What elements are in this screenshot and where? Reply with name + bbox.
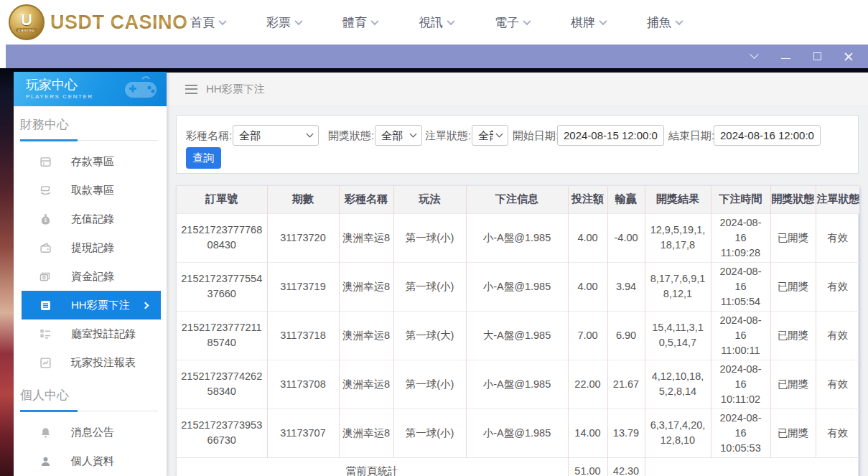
brand-logo[interactable]: U casino USDT CASINO bbox=[9, 4, 188, 40]
sidebar-item-room-bet-records[interactable]: 廳室投註記錄 bbox=[14, 319, 167, 348]
table-body: 215217237777680843031173720澳洲幸运8第一球(小)小-… bbox=[177, 213, 859, 457]
window-collapse-button[interactable] bbox=[745, 48, 763, 65]
table-cell: 小-A盤@1.985 bbox=[466, 409, 568, 457]
sidebar-item-withdraw[interactable]: 取款專區 bbox=[14, 176, 167, 205]
table-cell: 澳洲幸运8 bbox=[339, 409, 393, 457]
nav-item-video[interactable]: 視訊 bbox=[419, 14, 454, 31]
order-status-label: 注單狀態: bbox=[425, 125, 471, 146]
window-maximize-button[interactable] bbox=[808, 48, 826, 65]
col-order-id: 訂單號 bbox=[177, 186, 267, 213]
table-cell: 2152172377721185740 bbox=[177, 311, 267, 360]
table-cell: 2152172377395366730 bbox=[177, 409, 267, 457]
table-cell: 6.90 bbox=[607, 311, 645, 360]
sidebar-item-funds-record[interactable]: 資金記錄 bbox=[14, 262, 167, 291]
sidebar-section-finance: 財務中心 bbox=[14, 106, 167, 133]
table-cell: 15,4,11,3,10,5,14,7 bbox=[645, 311, 711, 360]
table-cell: 31173720 bbox=[267, 213, 339, 262]
table-cell: 已開獎 bbox=[770, 311, 816, 360]
sidebar-section-personal: 個人中心 bbox=[14, 377, 167, 403]
window-minimize-button[interactable] bbox=[776, 48, 795, 65]
sidebar-item-recharge-record[interactable]: $ 充值記錄 bbox=[14, 205, 167, 233]
hamburger-menu-icon[interactable] bbox=[185, 85, 197, 94]
filter-panel: 彩種名稱: 全部 開獎狀態: 全部 注單狀態: 全部 開始日期: 結束日期: 查… bbox=[176, 115, 859, 174]
table-cell: 已開獎 bbox=[770, 262, 816, 311]
table-cell: 第一球(小) bbox=[393, 213, 466, 262]
table-cell: 第一球(小) bbox=[393, 262, 466, 311]
table-cell: 2152172377426258340 bbox=[177, 360, 267, 409]
minimize-icon bbox=[781, 58, 790, 59]
nav-item-fishing[interactable]: 捕魚 bbox=[647, 14, 682, 31]
col-period: 期數 bbox=[267, 186, 339, 213]
table-cell: 大-A盤@1.985 bbox=[466, 311, 568, 360]
table-cell: 8,17,7,6,9,18,12,1 bbox=[645, 262, 711, 311]
sidebar-item-announcements[interactable]: 消息公告 bbox=[14, 418, 167, 447]
lottery-name-select[interactable]: 全部 bbox=[233, 125, 319, 146]
sidebar-item-deposit[interactable]: 存款專區 bbox=[14, 147, 167, 176]
window-close-button[interactable] bbox=[839, 48, 858, 65]
logo-small-text: casino bbox=[16, 28, 37, 32]
close-icon bbox=[844, 52, 853, 61]
gamepad-icon bbox=[121, 75, 161, 103]
table-cell: 4.00 bbox=[568, 213, 607, 262]
table-cell: 2152172377755437660 bbox=[177, 262, 267, 311]
chevron-down-icon bbox=[218, 17, 226, 25]
sidebar-item-withdrawal-record[interactable]: 提現記錄 bbox=[14, 233, 167, 262]
table-cell: 已開獎 bbox=[770, 409, 816, 457]
col-bet-time: 下注時間 bbox=[711, 186, 770, 213]
page-header: HH彩票下注 bbox=[167, 73, 868, 106]
nav-item-home[interactable]: 首頁 bbox=[190, 14, 225, 31]
table-cell: 31173707 bbox=[267, 409, 339, 457]
user-icon bbox=[39, 455, 52, 467]
sidebar-item-player-bet-report[interactable]: 玩家投注報表 bbox=[14, 348, 167, 377]
section-underline bbox=[20, 410, 158, 412]
start-date-input[interactable] bbox=[557, 125, 664, 146]
table-cell: 澳洲幸运8 bbox=[339, 213, 393, 262]
table-cell: 12,9,5,19,1,18,17,8 bbox=[645, 213, 711, 262]
nav-item-sports[interactable]: 體育 bbox=[342, 14, 378, 31]
top-navigation: 首頁 彩票 體育 視訊 電子 棋牌 捕魚 bbox=[190, 0, 682, 45]
start-date-label: 開始日期: bbox=[513, 125, 559, 146]
search-button[interactable]: 查詢 bbox=[186, 147, 221, 169]
col-order-status: 注單狀態 bbox=[816, 186, 859, 213]
end-date-input[interactable] bbox=[714, 125, 821, 146]
draw-status-select[interactable]: 全部 bbox=[375, 125, 422, 146]
order-status-select[interactable]: 全部 bbox=[472, 125, 508, 146]
table-cell: 小-A盤@1.985 bbox=[466, 213, 568, 262]
nav-item-boardgames[interactable]: 棋牌 bbox=[571, 14, 606, 31]
chevron-down-icon bbox=[675, 17, 683, 25]
nav-item-electronic[interactable]: 電子 bbox=[495, 14, 530, 31]
end-date-label: 結束日期: bbox=[668, 125, 714, 146]
table-cell: 7.00 bbox=[568, 311, 607, 360]
nav-item-lottery[interactable]: 彩票 bbox=[266, 14, 302, 31]
sidebar-item-hh-lottery-bets[interactable]: HH彩票下注 bbox=[22, 291, 161, 319]
logo-coin-icon: U casino bbox=[9, 4, 45, 40]
chevron-down-icon bbox=[523, 17, 531, 25]
chevron-down-icon bbox=[370, 17, 378, 25]
table-cell: 31173718 bbox=[267, 311, 339, 360]
lottery-name-label: 彩種名稱: bbox=[186, 125, 232, 146]
table-cell: 31173719 bbox=[267, 262, 339, 311]
chevron-right-icon bbox=[142, 302, 149, 309]
chevron-down-icon bbox=[447, 17, 454, 25]
table-cell: 31173708 bbox=[267, 360, 339, 409]
table-cell: 2024-08-16 11:05:54 bbox=[711, 262, 770, 311]
lottery-name-select-wrap: 全部 bbox=[233, 125, 319, 146]
order-status-select-wrap: 全部 bbox=[472, 125, 508, 146]
logo-letter: U bbox=[21, 13, 32, 27]
table-cell: 21.67 bbox=[607, 360, 645, 409]
col-bet-amount: 投注額 bbox=[568, 186, 607, 213]
table-cell: 小-A盤@1.985 bbox=[466, 262, 568, 311]
draw-status-select-wrap: 全部 bbox=[375, 125, 422, 146]
sidebar-item-profile[interactable]: 個人資料 bbox=[14, 447, 167, 475]
table-cell: 6,3,17,4,20,12,8,10 bbox=[645, 409, 711, 457]
current-page-stats-empty bbox=[645, 457, 859, 476]
bets-table: 訂單號 期數 彩種名稱 玩法 下注信息 投注額 輸贏 開獎結果 下注時間 開獎狀… bbox=[177, 186, 859, 476]
col-lottery-name: 彩種名稱 bbox=[339, 186, 393, 213]
table-cell: 4,12,10,18,5,2,8,14 bbox=[645, 360, 711, 409]
col-draw-result: 開獎結果 bbox=[645, 186, 711, 213]
col-play-type: 玩法 bbox=[393, 186, 466, 213]
maximize-icon bbox=[813, 52, 821, 60]
current-page-winloss-total: 42.30 bbox=[607, 457, 645, 476]
main-content: HH彩票下注 彩種名稱: 全部 開獎狀態: 全部 注單狀態: 全部 開始日期: … bbox=[167, 73, 868, 476]
col-win-loss: 輸贏 bbox=[607, 186, 645, 213]
